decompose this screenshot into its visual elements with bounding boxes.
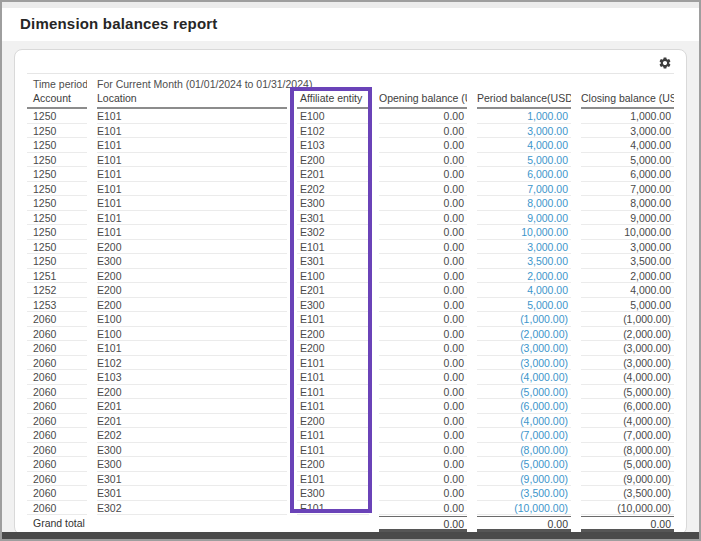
- opening-balance-cell: 0.00: [379, 501, 467, 516]
- account-cell: 2060: [27, 501, 87, 516]
- column-header-account: Account: [27, 92, 87, 109]
- period-balance-link[interactable]: 4,000.00: [477, 138, 571, 153]
- opening-balance-cell: 0.00: [379, 254, 467, 269]
- table-row: 1250E101E1020.003,000.003,000.00: [27, 124, 674, 139]
- period-balance-link[interactable]: (10,000.00): [477, 501, 571, 516]
- closing-balance-cell: (4,000.00): [581, 414, 674, 429]
- time-period-value: For Current Month (01/01/2024 to 01/31/2…: [97, 77, 674, 92]
- location-cell: E101: [97, 124, 287, 139]
- closing-balance-cell: (10,000.00): [581, 501, 674, 516]
- table-row: 2060E301E1010.00(9,000.00)(9,000.00): [27, 472, 674, 487]
- location-cell: E100: [97, 327, 287, 342]
- period-balance-link[interactable]: (5,000.00): [477, 385, 571, 400]
- period-balance-link[interactable]: (4,000.00): [477, 370, 571, 385]
- period-balance-link[interactable]: 3,000.00: [477, 124, 571, 139]
- affiliate-entity-cell: E101: [297, 356, 369, 371]
- affiliate-entity-cell: E101: [297, 472, 369, 487]
- affiliate-entity-cell: E100: [297, 269, 369, 284]
- table-row: 1250E200E1010.003,000.003,000.00: [27, 240, 674, 255]
- affiliate-entity-cell: E103: [297, 138, 369, 153]
- period-balance-link[interactable]: 7,000.00: [477, 182, 571, 197]
- period-balance-link[interactable]: (3,000.00): [477, 341, 571, 356]
- closing-balance-cell: 7,000.00: [581, 182, 674, 197]
- period-balance-link[interactable]: 8,000.00: [477, 196, 571, 211]
- period-balance-link[interactable]: 9,000.00: [477, 211, 571, 226]
- location-cell: E301: [97, 486, 287, 501]
- table-row: 2060E103E1010.00(4,000.00)(4,000.00): [27, 370, 674, 385]
- period-balance-link[interactable]: (2,000.00): [477, 327, 571, 342]
- opening-balance-cell: 0.00: [379, 385, 467, 400]
- period-balance-link[interactable]: 5,000.00: [477, 153, 571, 168]
- table-row: 2060E100E2000.00(2,000.00)(2,000.00): [27, 327, 674, 342]
- grand-total-row: Grand total 0.00 0.00 0.00: [27, 515, 674, 532]
- table-row: 1252E200E2010.004,000.004,000.00: [27, 283, 674, 298]
- affiliate-entity-cell: E201: [297, 167, 369, 182]
- account-cell: 1250: [27, 167, 87, 182]
- opening-balance-cell: 0.00: [379, 225, 467, 240]
- affiliate-entity-cell: E200: [297, 153, 369, 168]
- location-cell: E300: [97, 254, 287, 269]
- location-cell: E101: [97, 196, 287, 211]
- location-cell: E101: [97, 225, 287, 240]
- closing-balance-cell: 4,000.00: [581, 283, 674, 298]
- closing-balance-cell: 2,000.00: [581, 269, 674, 284]
- location-cell: E101: [97, 182, 287, 197]
- period-balance-link[interactable]: (4,000.00): [477, 414, 571, 429]
- period-balance-link[interactable]: (1,000.00): [477, 312, 571, 327]
- table-header: AccountLocationAffiliate entityOpening b…: [27, 92, 674, 109]
- period-balance-link[interactable]: (8,000.00): [477, 443, 571, 458]
- period-balance-link[interactable]: 3,000.00: [477, 240, 571, 255]
- affiliate-entity-cell: E302: [297, 225, 369, 240]
- period-balance-link[interactable]: 1,000.00: [477, 109, 571, 124]
- closing-balance-cell: 8,000.00: [581, 196, 674, 211]
- opening-balance-cell: 0.00: [379, 124, 467, 139]
- account-cell: 2060: [27, 457, 87, 472]
- location-cell: E201: [97, 414, 287, 429]
- opening-balance-cell: 0.00: [379, 414, 467, 429]
- period-balance-link[interactable]: 2,000.00: [477, 269, 571, 284]
- account-cell: 1252: [27, 283, 87, 298]
- affiliate-entity-cell: E301: [297, 254, 369, 269]
- account-cell: 2060: [27, 486, 87, 501]
- period-balance-link[interactable]: (9,000.00): [477, 472, 571, 487]
- table-row: 2060E200E1010.00(5,000.00)(5,000.00): [27, 385, 674, 400]
- period-balance-link[interactable]: 3,500.00: [477, 254, 571, 269]
- period-balance-link[interactable]: 10,000.00: [477, 225, 571, 240]
- period-balance-link[interactable]: (5,000.00): [477, 457, 571, 472]
- account-cell: 2060: [27, 327, 87, 342]
- location-cell: E101: [97, 153, 287, 168]
- report-panel: Time period For Current Month (01/01/202…: [14, 49, 687, 535]
- opening-balance-cell: 0.00: [379, 240, 467, 255]
- location-cell: E100: [97, 312, 287, 327]
- opening-balance-cell: 0.00: [379, 109, 467, 124]
- table-row: 1250E101E3020.0010,000.0010,000.00: [27, 225, 674, 240]
- table-row: 2060E300E2000.00(5,000.00)(5,000.00): [27, 457, 674, 472]
- period-balance-link[interactable]: (3,500.00): [477, 486, 571, 501]
- opening-balance-cell: 0.00: [379, 399, 467, 414]
- affiliate-entity-cell: E200: [297, 457, 369, 472]
- opening-balance-cell: 0.00: [379, 153, 467, 168]
- closing-balance-cell: 3,500.00: [581, 254, 674, 269]
- affiliate-entity-cell: E300: [297, 196, 369, 211]
- period-balance-link[interactable]: 5,000.00: [477, 298, 571, 313]
- period-balance-link[interactable]: 6,000.00: [477, 167, 571, 182]
- period-balance-link[interactable]: (7,000.00): [477, 428, 571, 443]
- location-cell: E201: [97, 399, 287, 414]
- account-cell: 2060: [27, 370, 87, 385]
- account-cell: 1250: [27, 138, 87, 153]
- page-title: Dimension balances report: [20, 15, 681, 32]
- panel-toolbar: [27, 54, 674, 74]
- period-balance-link[interactable]: (6,000.00): [477, 399, 571, 414]
- opening-balance-cell: 0.00: [379, 428, 467, 443]
- period-balance-link[interactable]: 4,000.00: [477, 283, 571, 298]
- closing-balance-cell: 5,000.00: [581, 298, 674, 313]
- period-balance-link[interactable]: (3,000.00): [477, 356, 571, 371]
- table-row: 2060E201E1010.00(6,000.00)(6,000.00): [27, 399, 674, 414]
- table-row: 1250E101E1000.001,000.001,000.00: [27, 109, 674, 124]
- account-cell: 2060: [27, 428, 87, 443]
- account-cell: 1250: [27, 211, 87, 226]
- account-cell: 1250: [27, 109, 87, 124]
- title-bar: Dimension balances report: [2, 8, 699, 41]
- gear-icon[interactable]: [658, 56, 672, 70]
- closing-balance-cell: (5,000.00): [581, 457, 674, 472]
